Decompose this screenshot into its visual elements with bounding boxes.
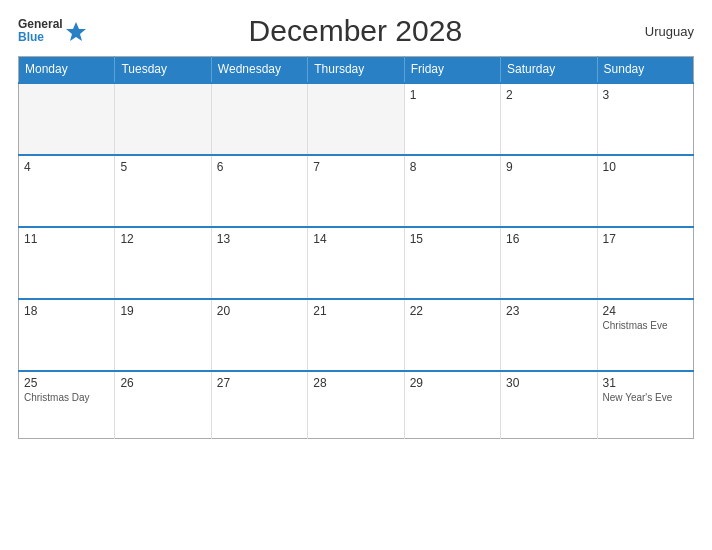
calendar-week-row: 123 <box>19 83 694 155</box>
day-number: 31 <box>603 376 688 390</box>
calendar-week-row: 11121314151617 <box>19 227 694 299</box>
header-tuesday: Tuesday <box>115 57 211 83</box>
header-friday: Friday <box>404 57 500 83</box>
weekday-header-row: Monday Tuesday Wednesday Thursday Friday… <box>19 57 694 83</box>
day-number: 17 <box>603 232 688 246</box>
day-event: Christmas Eve <box>603 320 688 331</box>
country-label: Uruguay <box>624 24 694 39</box>
day-number: 4 <box>24 160 109 174</box>
calendar-week-row: 45678910 <box>19 155 694 227</box>
calendar-cell: 28 <box>308 371 404 439</box>
day-number: 14 <box>313 232 398 246</box>
calendar-cell <box>308 83 404 155</box>
calendar-cell: 17 <box>597 227 693 299</box>
svg-marker-0 <box>66 22 86 41</box>
calendar-page: General Blue December 2028 Uruguay Monda… <box>0 0 712 550</box>
calendar-cell: 24Christmas Eve <box>597 299 693 371</box>
calendar-week-row: 18192021222324Christmas Eve <box>19 299 694 371</box>
calendar-cell: 26 <box>115 371 211 439</box>
calendar-cell: 14 <box>308 227 404 299</box>
calendar-week-row: 25Christmas Day262728293031New Year's Ev… <box>19 371 694 439</box>
header-saturday: Saturday <box>501 57 597 83</box>
header-thursday: Thursday <box>308 57 404 83</box>
calendar-cell: 12 <box>115 227 211 299</box>
day-number: 23 <box>506 304 591 318</box>
day-number: 16 <box>506 232 591 246</box>
calendar-cell: 23 <box>501 299 597 371</box>
day-number: 12 <box>120 232 205 246</box>
calendar-cell: 25Christmas Day <box>19 371 115 439</box>
calendar-cell: 6 <box>211 155 307 227</box>
day-number: 15 <box>410 232 495 246</box>
calendar-cell: 3 <box>597 83 693 155</box>
calendar-cell: 30 <box>501 371 597 439</box>
day-number: 24 <box>603 304 688 318</box>
calendar-cell: 18 <box>19 299 115 371</box>
calendar-cell: 7 <box>308 155 404 227</box>
day-number: 19 <box>120 304 205 318</box>
calendar-cell: 11 <box>19 227 115 299</box>
day-number: 9 <box>506 160 591 174</box>
calendar-cell: 8 <box>404 155 500 227</box>
header: General Blue December 2028 Uruguay <box>18 14 694 48</box>
day-number: 30 <box>506 376 591 390</box>
calendar-cell: 20 <box>211 299 307 371</box>
day-number: 27 <box>217 376 302 390</box>
calendar-cell: 19 <box>115 299 211 371</box>
day-number: 8 <box>410 160 495 174</box>
header-wednesday: Wednesday <box>211 57 307 83</box>
calendar-cell: 5 <box>115 155 211 227</box>
calendar-cell: 27 <box>211 371 307 439</box>
calendar-cell: 2 <box>501 83 597 155</box>
calendar-cell: 13 <box>211 227 307 299</box>
calendar-cell: 31New Year's Eve <box>597 371 693 439</box>
logo: General Blue <box>18 18 87 44</box>
logo-blue: Blue <box>18 31 63 44</box>
day-event: New Year's Eve <box>603 392 688 403</box>
day-number: 1 <box>410 88 495 102</box>
day-number: 5 <box>120 160 205 174</box>
day-number: 21 <box>313 304 398 318</box>
day-number: 18 <box>24 304 109 318</box>
calendar-cell <box>19 83 115 155</box>
day-number: 26 <box>120 376 205 390</box>
day-number: 29 <box>410 376 495 390</box>
day-number: 20 <box>217 304 302 318</box>
calendar-cell: 15 <box>404 227 500 299</box>
day-number: 13 <box>217 232 302 246</box>
calendar-cell: 29 <box>404 371 500 439</box>
day-event: Christmas Day <box>24 392 109 403</box>
header-sunday: Sunday <box>597 57 693 83</box>
calendar-table: Monday Tuesday Wednesday Thursday Friday… <box>18 56 694 439</box>
day-number: 6 <box>217 160 302 174</box>
calendar-cell: 1 <box>404 83 500 155</box>
calendar-cell <box>211 83 307 155</box>
day-number: 7 <box>313 160 398 174</box>
calendar-cell: 22 <box>404 299 500 371</box>
calendar-cell: 21 <box>308 299 404 371</box>
day-number: 3 <box>603 88 688 102</box>
calendar-cell: 16 <box>501 227 597 299</box>
header-monday: Monday <box>19 57 115 83</box>
month-title: December 2028 <box>87 14 624 48</box>
day-number: 2 <box>506 88 591 102</box>
calendar-cell: 4 <box>19 155 115 227</box>
day-number: 22 <box>410 304 495 318</box>
calendar-cell <box>115 83 211 155</box>
logo-flag-icon <box>65 20 87 42</box>
day-number: 28 <box>313 376 398 390</box>
day-number: 25 <box>24 376 109 390</box>
calendar-cell: 9 <box>501 155 597 227</box>
calendar-cell: 10 <box>597 155 693 227</box>
day-number: 10 <box>603 160 688 174</box>
day-number: 11 <box>24 232 109 246</box>
